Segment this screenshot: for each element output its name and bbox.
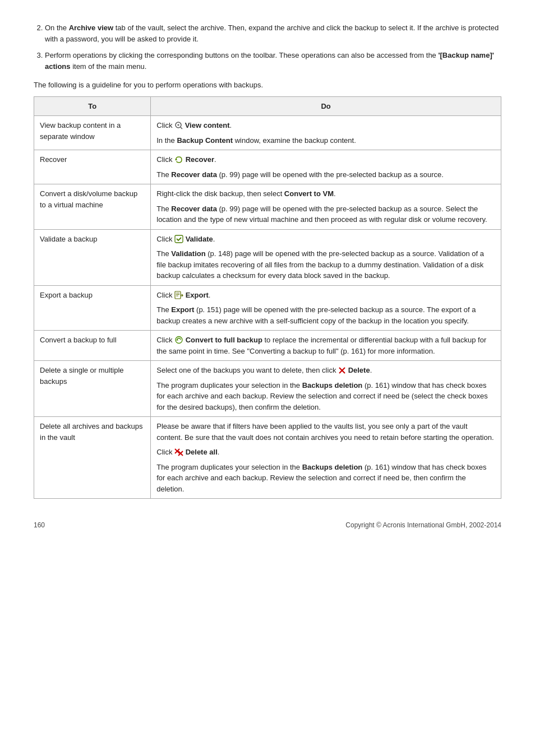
svg-marker-11 — [176, 339, 178, 341]
convert-vm-bold: Convert to VM — [284, 189, 334, 198]
do-cell: Click Export. The Export (p. 151) page w… — [151, 285, 501, 331]
do-cell: Right-click the disk backup, then select… — [151, 184, 501, 230]
to-cell: Recover — [34, 150, 151, 184]
delete-all-label: Delete all — [186, 448, 218, 456]
copyright: Copyright © Acronis International GmbH, … — [345, 521, 501, 529]
table-row: View backup content in a separate window… — [34, 116, 501, 150]
view-content-label: View content — [185, 121, 230, 129]
delete-label: Delete — [348, 366, 370, 374]
operations-table: To Do View backup content in a separate … — [34, 96, 501, 499]
page-number: 160 — [34, 521, 45, 529]
do-cell: Please be aware that if filters have bee… — [151, 417, 501, 499]
convert-full-label: Convert to full backup — [186, 336, 262, 344]
archive-view-bold: Archive view — [69, 24, 114, 32]
backup-name-actions-bold: '[Backup name]' actions — [45, 51, 494, 71]
to-cell: Convert a disk/volume backup to a virtua… — [34, 184, 151, 230]
table-row: Convert a backup to full Click Convert t… — [34, 331, 501, 361]
table-row: Recover Click Recover. The Recover data … — [34, 150, 501, 184]
guideline-intro: The following is a guideline for you to … — [34, 80, 501, 91]
footer: 160 Copyright © Acronis International Gm… — [34, 521, 501, 529]
do-cell: Select one of the backups you want to de… — [151, 361, 501, 417]
svg-line-1 — [181, 127, 182, 129]
delete-all-icon — [174, 448, 183, 456]
to-cell: Validate a backup — [34, 229, 151, 285]
to-cell: Delete all archives and backups in the v… — [34, 417, 151, 499]
col-do: Do — [151, 96, 501, 116]
svg-rect-6 — [175, 291, 181, 299]
recover-icon — [174, 155, 183, 164]
validate-label: Validate — [186, 235, 213, 243]
export-icon — [174, 291, 183, 299]
table-row: Validate a backup Click Validate. The Va… — [34, 229, 501, 285]
table-row: Convert a disk/volume backup to a virtua… — [34, 184, 501, 230]
do-cell: Click View content. In the Backup Conten… — [151, 116, 501, 150]
export-label: Export — [186, 291, 209, 299]
table-header-row: To Do — [34, 96, 501, 116]
to-cell: Export a backup — [34, 285, 151, 331]
page-content: On the Archive view tab of the vault, se… — [34, 22, 501, 529]
table-row: Export a backup Click Export. The Export… — [34, 285, 501, 331]
svg-marker-4 — [175, 158, 177, 160]
delete-icon — [338, 367, 346, 374]
intro-list: On the Archive view tab of the vault, se… — [34, 22, 501, 72]
list-item-3: Perform operations by clicking the corre… — [45, 50, 501, 72]
do-cell: Click Convert to full backup to replace … — [151, 331, 501, 361]
view-content-icon — [174, 121, 183, 129]
recover-label: Recover — [186, 155, 214, 164]
to-cell: View backup content in a separate window — [34, 116, 151, 150]
validate-icon — [174, 235, 183, 243]
do-cell: Click Recover. The Recover data (p. 99) … — [151, 150, 501, 184]
list-item-2: On the Archive view tab of the vault, se… — [45, 22, 501, 44]
to-cell: Convert a backup to full — [34, 331, 151, 361]
svg-rect-5 — [175, 235, 183, 243]
convert-full-icon — [174, 336, 183, 344]
table-row: Delete a single or multiple backups Sele… — [34, 361, 501, 417]
backup-content-bold: Backup Content — [177, 136, 233, 145]
do-cell: Click Validate. The Validation (p. 148) … — [151, 229, 501, 285]
to-cell: Delete a single or multiple backups — [34, 361, 151, 417]
col-to: To — [34, 96, 151, 116]
table-row: Delete all archives and backups in the v… — [34, 417, 501, 499]
